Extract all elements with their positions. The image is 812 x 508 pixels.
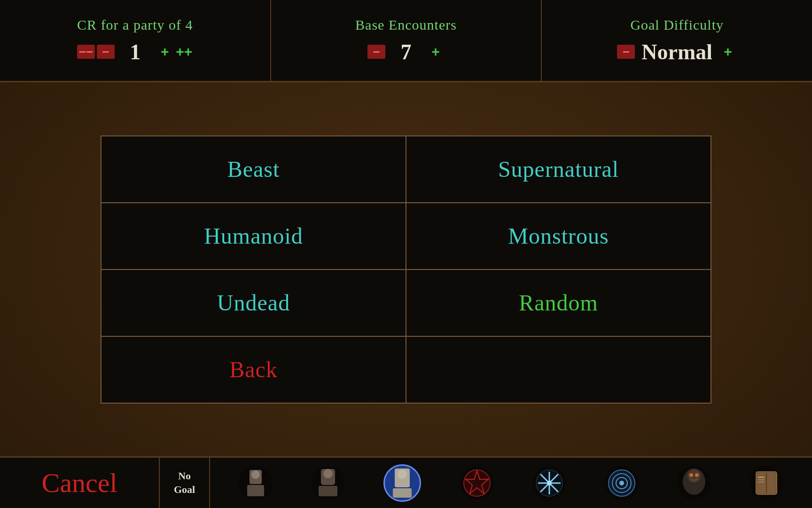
cr-value: 1 (121, 40, 149, 64)
grid-row-2: Humanoid Monstrous (102, 203, 710, 270)
grid-row-4: Back (102, 337, 710, 403)
back-button[interactable]: Back (102, 337, 406, 403)
goal-label: No Goal (174, 469, 195, 496)
svg-point-8 (398, 469, 407, 479)
beast-label: Beast (227, 156, 280, 182)
monstrous-button[interactable]: Monstrous (406, 203, 710, 269)
svg-rect-9 (397, 479, 408, 487)
random-button[interactable]: Random (406, 270, 710, 336)
cr-panel: CR for a party of 4 −− − 1 + ++ (0, 0, 271, 81)
person2-icon (317, 469, 339, 497)
icon-person1-button[interactable] (239, 466, 273, 500)
top-bar: CR for a party of 4 −− − 1 + ++ Base Enc… (0, 0, 812, 82)
cr-title: CR for a party of 4 (77, 17, 193, 33)
svg-point-27 (695, 473, 699, 477)
difficulty-title: Goal Difficulty (630, 17, 724, 33)
humanoid-label: Humanoid (204, 223, 303, 249)
encounter-grid: Beast Supernatural Humanoid Monstrous Un… (101, 135, 711, 404)
svg-rect-31 (758, 476, 765, 478)
supernatural-label: Supernatural (498, 156, 619, 182)
svg-rect-33 (758, 482, 765, 483)
cr-minus-double-group: −− − (77, 45, 115, 59)
difficulty-panel: Goal Difficulty − Normal + (542, 0, 812, 81)
statue-icon (390, 468, 414, 499)
icon-book-button[interactable] (750, 466, 783, 500)
gargoyle-icon (680, 468, 708, 499)
icon-gargoyle-button[interactable] (677, 466, 711, 500)
humanoid-button[interactable]: Humanoid (102, 203, 406, 269)
bottom-bar: Cancel No Goal (0, 456, 812, 508)
svg-point-21 (619, 481, 624, 485)
svg-rect-7 (393, 488, 412, 498)
snowflake-icon (535, 469, 563, 497)
icon-snowflake-button[interactable] (532, 466, 566, 500)
encounters-plus-button[interactable]: + (427, 45, 445, 59)
svg-rect-4 (319, 486, 337, 496)
main-area: Beast Supernatural Humanoid Monstrous Un… (0, 82, 812, 456)
back-label: Back (229, 357, 278, 382)
cr-minus-button[interactable]: − (97, 45, 115, 59)
empty-cell (406, 337, 710, 403)
undead-button[interactable]: Undead (102, 270, 406, 336)
cr-plus-plus-button[interactable]: ++ (175, 45, 193, 59)
random-label: Random (519, 290, 598, 316)
cr-plus-group: + ++ (156, 45, 193, 59)
undead-label: Undead (217, 290, 290, 316)
icon-statue-button[interactable] (383, 464, 421, 502)
svg-point-10 (464, 470, 490, 496)
cr-plus-button[interactable]: + (156, 45, 174, 59)
beast-button[interactable]: Beast (102, 136, 406, 202)
svg-point-2 (251, 470, 260, 479)
cancel-button[interactable]: Cancel (0, 458, 160, 508)
encounters-title: Base Encounters (355, 17, 457, 33)
svg-point-26 (689, 473, 693, 477)
pentagram-icon (463, 469, 491, 497)
cr-controls: −− − 1 + ++ (77, 40, 193, 64)
svg-rect-32 (758, 479, 765, 480)
encounters-panel: Base Encounters − 7 + (271, 0, 542, 81)
svg-point-5 (323, 469, 333, 478)
cr-minus-minus-button[interactable]: −− (77, 45, 95, 59)
icon-person2-button[interactable] (311, 466, 345, 500)
difficulty-plus-button[interactable]: + (719, 45, 737, 59)
cancel-label: Cancel (41, 467, 117, 499)
grid-row-1: Beast Supernatural (102, 136, 710, 203)
svg-point-17 (547, 481, 552, 485)
encounters-minus-button[interactable]: − (367, 45, 385, 59)
svg-rect-1 (247, 485, 264, 496)
difficulty-controls: − Normal + (617, 40, 737, 64)
monstrous-label: Monstrous (508, 223, 609, 249)
goal-section: No Goal (160, 458, 210, 508)
supernatural-button[interactable]: Supernatural (406, 136, 710, 202)
target-icon (608, 469, 636, 497)
grid-row-3: Undead Random (102, 270, 710, 337)
book-icon (753, 469, 780, 497)
difficulty-value: Normal (641, 40, 712, 64)
difficulty-minus-button[interactable]: − (617, 45, 635, 59)
encounters-value: 7 (392, 40, 420, 64)
icons-section (210, 464, 812, 502)
person1-icon (245, 469, 266, 497)
icon-pentagram-button[interactable] (460, 466, 494, 500)
icon-target-button[interactable] (605, 466, 639, 500)
encounters-controls: − 7 + (367, 40, 445, 64)
